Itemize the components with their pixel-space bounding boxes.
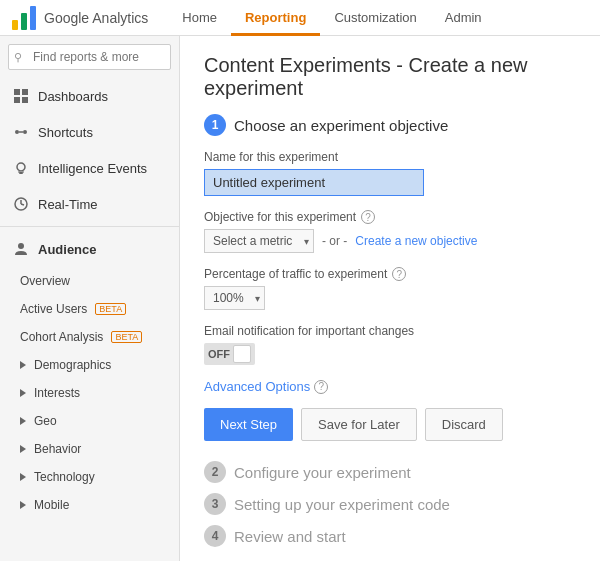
sidebar-item-technology[interactable]: Technology bbox=[0, 463, 179, 491]
svg-rect-11 bbox=[19, 172, 23, 174]
behavior-arrow-icon bbox=[20, 445, 26, 453]
step-2-number: 2 bbox=[204, 461, 226, 483]
step-2-title: Configure your experiment bbox=[234, 464, 411, 481]
cohort-analysis-beta-badge: BETA bbox=[111, 331, 142, 343]
sidebar-item-overview[interactable]: Overview bbox=[0, 267, 179, 295]
page-title: Content Experiments - Create a new exper… bbox=[204, 54, 576, 100]
advanced-options-label: Advanced Options bbox=[204, 379, 310, 394]
nav-home[interactable]: Home bbox=[168, 0, 231, 36]
step-4-title: Review and start bbox=[234, 528, 346, 545]
create-objective-link[interactable]: Create a new objective bbox=[355, 234, 477, 248]
clock-icon bbox=[12, 195, 30, 213]
step-4-number: 4 bbox=[204, 525, 226, 547]
sidebar-divider bbox=[0, 226, 179, 227]
content-area: Content Experiments - Create a new exper… bbox=[180, 36, 600, 561]
sidebar-item-dashboards-label: Dashboards bbox=[38, 89, 108, 104]
objective-group: Objective for this experiment ? Select a… bbox=[204, 210, 576, 253]
top-nav: Google Analytics Home Reporting Customiz… bbox=[0, 0, 600, 36]
next-step-button[interactable]: Next Step bbox=[204, 408, 293, 441]
mobile-arrow-icon bbox=[20, 501, 26, 509]
sidebar-item-shortcuts[interactable]: Shortcuts bbox=[0, 114, 179, 150]
objective-row: Select a metric - or - Create a new obje… bbox=[204, 229, 576, 253]
geo-arrow-icon bbox=[20, 417, 26, 425]
discard-button[interactable]: Discard bbox=[425, 408, 503, 441]
sidebar-item-behavior-label: Behavior bbox=[34, 442, 81, 456]
main-layout: ⚲ Dashboards Shortcuts Intelligence Even… bbox=[0, 36, 600, 561]
sidebar-item-interests-label: Interests bbox=[34, 386, 80, 400]
svg-rect-6 bbox=[22, 97, 28, 103]
svg-rect-0 bbox=[12, 20, 18, 30]
svg-point-10 bbox=[17, 163, 25, 171]
step-1-header: 1 Choose an experiment objective bbox=[204, 114, 576, 136]
sidebar-item-intelligence-label: Intelligence Events bbox=[38, 161, 147, 176]
step-1-title: Choose an experiment objective bbox=[234, 117, 448, 134]
nav-customization[interactable]: Customization bbox=[320, 0, 430, 36]
dashboards-icon bbox=[12, 87, 30, 105]
search-box[interactable]: ⚲ bbox=[8, 44, 171, 70]
sidebar-item-behavior[interactable]: Behavior bbox=[0, 435, 179, 463]
sidebar-item-overview-label: Overview bbox=[20, 274, 70, 288]
svg-rect-5 bbox=[14, 97, 20, 103]
nav-reporting[interactable]: Reporting bbox=[231, 0, 320, 36]
sidebar-item-interests[interactable]: Interests bbox=[0, 379, 179, 407]
interests-arrow-icon bbox=[20, 389, 26, 397]
sidebar-item-geo-label: Geo bbox=[34, 414, 57, 428]
sidebar-item-active-users[interactable]: Active Users BETA bbox=[0, 295, 179, 323]
or-text: - or - bbox=[322, 234, 347, 248]
objective-label: Objective for this experiment ? bbox=[204, 210, 576, 224]
toggle-thumb bbox=[233, 345, 251, 363]
sidebar-item-shortcuts-label: Shortcuts bbox=[38, 125, 93, 140]
sidebar-item-cohort-analysis[interactable]: Cohort Analysis BETA bbox=[0, 323, 179, 351]
sidebar-item-demographics[interactable]: Demographics bbox=[0, 351, 179, 379]
sidebar-item-mobile[interactable]: Mobile bbox=[0, 491, 179, 519]
email-label: Email notification for important changes bbox=[204, 324, 576, 338]
save-for-later-button[interactable]: Save for Later bbox=[301, 408, 417, 441]
google-analytics-icon bbox=[10, 4, 38, 32]
percentage-wrapper: 100% 75% 50% 25% bbox=[204, 286, 265, 310]
svg-rect-2 bbox=[30, 6, 36, 30]
metric-select[interactable]: Select a metric bbox=[204, 229, 314, 253]
logo-area: Google Analytics bbox=[10, 4, 148, 32]
step-3-header: 3 Setting up your experiment code bbox=[204, 493, 576, 515]
sidebar-item-intelligence-events[interactable]: Intelligence Events bbox=[0, 150, 179, 186]
svg-rect-3 bbox=[14, 89, 20, 95]
sidebar-item-realtime-label: Real-Time bbox=[38, 197, 97, 212]
experiment-name-group: Name for this experiment bbox=[204, 150, 576, 196]
nav-admin[interactable]: Admin bbox=[431, 0, 496, 36]
objective-help-icon[interactable]: ? bbox=[361, 210, 375, 224]
experiment-name-input[interactable] bbox=[204, 169, 424, 196]
nav-links: Home Reporting Customization Admin bbox=[168, 0, 590, 36]
action-buttons: Next Step Save for Later Discard bbox=[204, 408, 576, 441]
step-3-title: Setting up your experiment code bbox=[234, 496, 450, 513]
sidebar-item-active-users-label: Active Users bbox=[20, 302, 87, 316]
name-label: Name for this experiment bbox=[204, 150, 576, 164]
svg-rect-4 bbox=[22, 89, 28, 95]
search-input[interactable] bbox=[8, 44, 171, 70]
step-3-number: 3 bbox=[204, 493, 226, 515]
email-toggle[interactable]: OFF bbox=[204, 343, 255, 365]
sidebar-item-real-time[interactable]: Real-Time bbox=[0, 186, 179, 222]
traffic-label: Percentage of traffic to experiment ? bbox=[204, 267, 576, 281]
logo-text: Google Analytics bbox=[44, 10, 148, 26]
traffic-percentage-select[interactable]: 100% 75% 50% 25% bbox=[204, 286, 265, 310]
toggle-row: OFF bbox=[204, 343, 576, 365]
sidebar-item-audience[interactable]: Audience bbox=[0, 231, 179, 267]
advanced-help-icon[interactable]: ? bbox=[314, 380, 328, 394]
bulb-icon bbox=[12, 159, 30, 177]
sidebar-item-demographics-label: Demographics bbox=[34, 358, 111, 372]
sidebar-item-mobile-label: Mobile bbox=[34, 498, 69, 512]
audience-icon bbox=[12, 240, 30, 258]
toggle-off-label: OFF bbox=[208, 348, 230, 360]
technology-arrow-icon bbox=[20, 473, 26, 481]
sidebar-item-technology-label: Technology bbox=[34, 470, 95, 484]
sidebar-item-geo[interactable]: Geo bbox=[0, 407, 179, 435]
sidebar: ⚲ Dashboards Shortcuts Intelligence Even… bbox=[0, 36, 180, 561]
svg-point-7 bbox=[15, 130, 19, 134]
sidebar-item-dashboards[interactable]: Dashboards bbox=[0, 78, 179, 114]
demographics-arrow-icon bbox=[20, 361, 26, 369]
advanced-options-link[interactable]: Advanced Options ? bbox=[204, 379, 328, 394]
traffic-help-icon[interactable]: ? bbox=[392, 267, 406, 281]
step-1-section: 1 Choose an experiment objective Name fo… bbox=[204, 114, 576, 441]
metric-select-wrapper: Select a metric bbox=[204, 229, 314, 253]
svg-point-8 bbox=[23, 130, 27, 134]
